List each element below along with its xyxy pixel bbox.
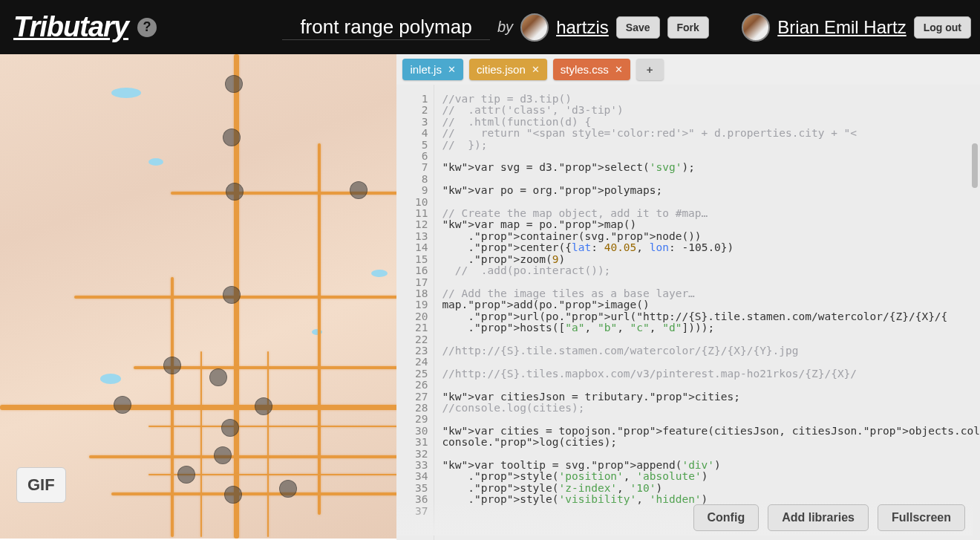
code-editor[interactable]: 1 2 3 4 5 6 7 8 9 10 11 12 13 14 15 16 1… [396, 85, 980, 540]
road [0, 405, 396, 410]
city-dot[interactable] [226, 183, 244, 201]
add-tab-button[interactable]: + [636, 59, 664, 80]
city-dot[interactable] [225, 75, 243, 93]
top-bar: Tributary ? by hartzis Save Fork Brian E… [0, 0, 980, 54]
footer-bar: Config Add libraries Fullscreen [396, 500, 973, 536]
user-link[interactable]: Brian Emil Hartz [777, 17, 906, 38]
city-dot[interactable] [214, 446, 232, 464]
user-block: Brian Emil Hartz Log out [742, 13, 971, 42]
road [111, 492, 396, 495]
config-button[interactable]: Config [693, 504, 760, 531]
city-dot[interactable] [223, 286, 241, 304]
close-icon[interactable]: ✕ [532, 64, 540, 75]
close-icon[interactable]: ✕ [448, 64, 456, 75]
logo[interactable]: Tributary [13, 11, 128, 43]
editor-panel: inlet.js ✕ cities.json ✕ styles.css ✕ + … [396, 54, 980, 540]
author-block: by hartzis Save Fork [497, 13, 709, 42]
tab-inlet-js[interactable]: inlet.js ✕ [402, 59, 463, 80]
tab-styles-css[interactable]: styles.css ✕ [553, 59, 630, 80]
document-title-input[interactable] [282, 15, 490, 40]
main-area: GIF inlet.js ✕ cities.json ✕ styles.css … [0, 54, 980, 540]
tab-label: cities.json [477, 63, 526, 76]
map-panel[interactable]: GIF [0, 54, 396, 539]
tab-label: styles.css [561, 63, 609, 76]
city-dot[interactable] [163, 357, 181, 374]
tab-cities-json[interactable]: cities.json ✕ [469, 59, 547, 80]
add-libraries-button[interactable]: Add libraries [768, 504, 869, 531]
tab-label: inlet.js [410, 63, 442, 76]
gif-button[interactable]: GIF [16, 467, 66, 503]
fullscreen-button[interactable]: Fullscreen [878, 504, 965, 531]
city-dot[interactable] [221, 419, 239, 437]
code-content[interactable]: //var tip = d3.tip() // .attr('class', '… [434, 85, 980, 540]
line-gutter: 1 2 3 4 5 6 7 8 9 10 11 12 13 14 15 16 1… [396, 85, 434, 540]
by-label: by [497, 19, 513, 36]
road [89, 455, 396, 458]
city-dot[interactable] [224, 486, 242, 504]
author-avatar[interactable] [520, 13, 549, 42]
city-dot[interactable] [223, 129, 241, 146]
road [318, 143, 321, 515]
help-icon[interactable]: ? [137, 18, 157, 37]
city-dot[interactable] [350, 181, 368, 199]
logout-button[interactable]: Log out [914, 16, 971, 39]
city-dot[interactable] [209, 368, 227, 386]
user-avatar[interactable] [742, 13, 770, 42]
close-icon[interactable]: ✕ [615, 64, 623, 75]
road [148, 426, 396, 427]
save-button[interactable]: Save [616, 16, 660, 39]
author-link[interactable]: hartzis [556, 17, 609, 38]
city-dot[interactable] [114, 396, 131, 414]
fork-button[interactable]: Fork [667, 16, 709, 39]
tab-bar: inlet.js ✕ cities.json ✕ styles.css ✕ + [396, 54, 980, 85]
city-dot[interactable] [279, 480, 297, 498]
road [200, 351, 202, 537]
city-dot[interactable] [177, 466, 195, 484]
scrollbar[interactable] [972, 143, 978, 188]
road [267, 351, 269, 537]
city-dot[interactable] [255, 397, 272, 415]
